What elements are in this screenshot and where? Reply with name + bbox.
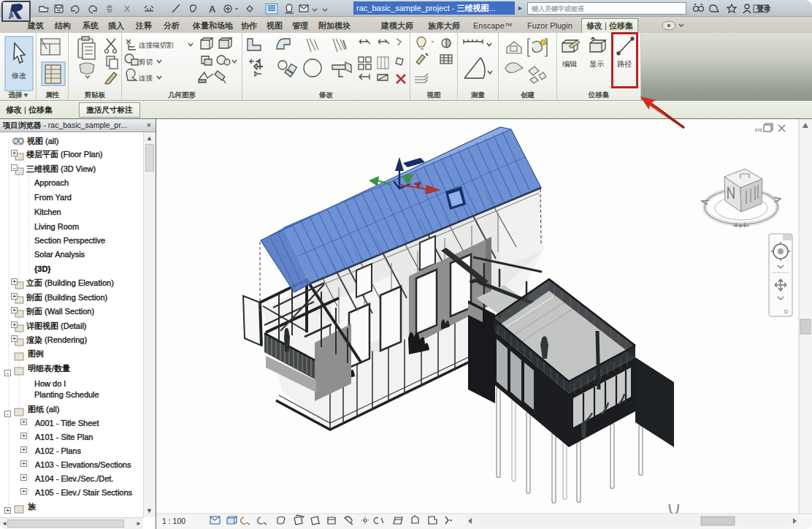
svg-text:显示: 显示 bbox=[589, 60, 604, 68]
svg-text:era: era bbox=[755, 127, 762, 132]
svg-text:连接: 连接 bbox=[139, 74, 153, 82]
svg-text:A: A bbox=[209, 4, 216, 15]
svg-text:连接端切割: 连接端切割 bbox=[139, 41, 174, 49]
svg-text:修改: 修改 bbox=[11, 72, 26, 80]
svg-text:D: D bbox=[784, 308, 789, 315]
svg-text:编辑: 编辑 bbox=[562, 60, 577, 68]
svg-text:1 : 100: 1 : 100 bbox=[162, 517, 185, 525]
svg-text:剪切: 剪切 bbox=[139, 58, 153, 66]
